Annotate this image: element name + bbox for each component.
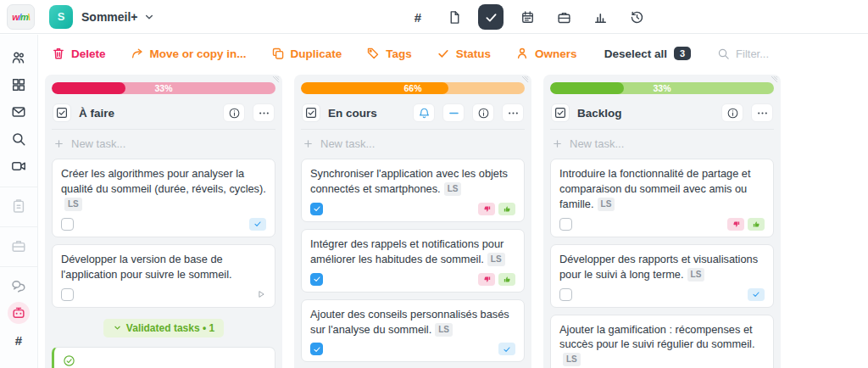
chevron-down-icon[interactable] bbox=[143, 11, 155, 23]
task-done-badge[interactable] bbox=[249, 218, 266, 231]
task-card[interactable]: Ajouter des conseils personnalisés basés… bbox=[301, 299, 525, 363]
column-menu-icon[interactable] bbox=[751, 103, 773, 122]
validated-tasks-toggle[interactable]: Validated tasks • 1 bbox=[103, 319, 224, 337]
task-footer bbox=[61, 288, 266, 301]
tag-icon bbox=[366, 47, 380, 60]
topbar-tab-calendar[interactable] bbox=[515, 4, 540, 30]
task-badges bbox=[256, 289, 266, 299]
task-checkbox[interactable] bbox=[310, 343, 323, 355]
bell-icon[interactable] bbox=[413, 103, 435, 122]
delete-button[interactable]: Delete bbox=[52, 47, 106, 60]
new-task-placeholder: New task... bbox=[570, 137, 624, 150]
task-badges bbox=[727, 218, 765, 231]
validated-check-icon bbox=[63, 354, 266, 367]
topbar-tab-channel[interactable]: # bbox=[405, 4, 431, 30]
column-select-checkbox[interactable] bbox=[302, 103, 320, 122]
status-button[interactable]: Status bbox=[437, 47, 491, 60]
sidebar-item-channel[interactable]: # bbox=[6, 327, 31, 353]
sidebar-item-grid[interactable] bbox=[6, 72, 31, 98]
sidebar-item-mail[interactable] bbox=[6, 99, 31, 125]
sidebar-item-clipboard[interactable] bbox=[6, 193, 31, 219]
column-select-checkbox[interactable] bbox=[551, 103, 570, 122]
new-task-input[interactable]: New task... bbox=[550, 130, 774, 159]
sidebar-item-team[interactable] bbox=[6, 45, 31, 70]
info-icon[interactable] bbox=[223, 103, 245, 122]
move-button[interactable]: Move or copy in... bbox=[131, 47, 247, 60]
board-avatar[interactable]: S bbox=[49, 5, 73, 29]
topbar-tab-history[interactable] bbox=[624, 4, 649, 30]
task-card[interactable]: Développer la version de base de l'appli… bbox=[52, 244, 275, 308]
task-card[interactable]: Concevoir un prototype d'interface utili… bbox=[52, 347, 275, 368]
sidebar-item-briefcase[interactable] bbox=[6, 233, 31, 259]
task-checkbox[interactable] bbox=[310, 203, 323, 215]
topbar-tab-services[interactable] bbox=[551, 4, 576, 30]
task-footer bbox=[310, 203, 515, 215]
task-badges bbox=[748, 288, 765, 301]
new-task-input[interactable]: New task... bbox=[52, 130, 275, 159]
info-icon[interactable] bbox=[472, 103, 494, 122]
history-icon bbox=[630, 10, 644, 25]
tags-button[interactable]: Tags bbox=[366, 47, 412, 60]
chart-icon bbox=[593, 10, 608, 25]
task-checkbox[interactable] bbox=[310, 273, 323, 286]
top-bar: w/m\ S Sommeil+ # bbox=[0, 0, 868, 34]
top-navigation: # bbox=[405, 0, 649, 34]
topbar-tab-analytics[interactable] bbox=[587, 4, 613, 30]
sidebar-item-search[interactable] bbox=[6, 126, 31, 152]
dash-icon[interactable] bbox=[442, 103, 465, 122]
task-checkbox[interactable] bbox=[61, 288, 74, 301]
search-icon bbox=[717, 47, 730, 60]
dislike-badge[interactable] bbox=[478, 203, 495, 215]
logo-m: m bbox=[20, 12, 28, 22]
sidebar-item-meetings[interactable] bbox=[6, 153, 31, 179]
task-card[interactable]: Introduire la fonctionnalité de partage … bbox=[550, 159, 774, 237]
task-card[interactable]: Ajouter la gamification : récompenses et… bbox=[550, 315, 774, 368]
column-select-checkbox[interactable] bbox=[53, 103, 71, 122]
app-logo[interactable]: w/m\ bbox=[7, 4, 35, 30]
sidebar-item-assistant[interactable] bbox=[6, 300, 31, 326]
column-header: Backlog bbox=[550, 102, 774, 130]
validated-tasks-label: Validated tasks • 1 bbox=[126, 322, 214, 334]
task-checkbox[interactable] bbox=[559, 218, 572, 231]
filter-input[interactable] bbox=[736, 47, 863, 60]
assignee-tag: LS bbox=[487, 253, 505, 266]
like-badge[interactable] bbox=[498, 273, 515, 286]
task-checkbox[interactable] bbox=[559, 288, 572, 301]
new-task-input[interactable]: New task... bbox=[301, 130, 525, 159]
task-card[interactable]: Créer les algorithmes pour analyser la q… bbox=[52, 159, 275, 237]
briefcase-icon bbox=[557, 10, 571, 25]
search-icon bbox=[11, 131, 26, 147]
delete-label: Delete bbox=[71, 47, 106, 60]
info-icon[interactable] bbox=[721, 103, 743, 122]
check-icon bbox=[484, 10, 498, 25]
deselect-all-button[interactable]: Deselect all 3 bbox=[604, 47, 691, 60]
selected-count-badge: 3 bbox=[674, 47, 691, 60]
duplicate-button[interactable]: Duplicate bbox=[271, 47, 342, 60]
task-footer bbox=[559, 218, 765, 231]
dislike-badge[interactable] bbox=[727, 218, 744, 231]
like-badge[interactable] bbox=[498, 203, 515, 215]
task-card[interactable]: Intégrer des rappels et notifications po… bbox=[301, 229, 525, 293]
topbar-tab-docs[interactable] bbox=[442, 4, 467, 30]
column-menu-icon[interactable] bbox=[253, 103, 275, 122]
column-progress-bar: 33% bbox=[550, 82, 774, 94]
task-footer bbox=[310, 273, 515, 286]
column-menu-icon[interactable] bbox=[502, 103, 524, 122]
task-checkbox[interactable] bbox=[61, 218, 74, 231]
topbar-tab-tasks[interactable] bbox=[478, 4, 504, 30]
task-card[interactable]: Développer des rapports et visualisation… bbox=[550, 244, 774, 308]
copy-icon bbox=[271, 47, 285, 60]
task-badges bbox=[478, 273, 515, 286]
like-badge[interactable] bbox=[748, 218, 765, 231]
move-icon bbox=[131, 47, 144, 60]
task-done-badge[interactable] bbox=[498, 343, 515, 355]
task-footer bbox=[559, 288, 765, 301]
start-task-icon[interactable] bbox=[256, 289, 266, 299]
sidebar-item-chat[interactable] bbox=[6, 273, 31, 298]
dislike-badge[interactable] bbox=[478, 273, 495, 286]
task-done-badge[interactable] bbox=[748, 288, 765, 301]
task-footer bbox=[310, 343, 515, 355]
task-card[interactable]: Synchroniser l'application avec les obje… bbox=[301, 159, 525, 222]
board-title[interactable]: Sommeil+ bbox=[81, 10, 138, 24]
owners-button[interactable]: Owners bbox=[515, 47, 577, 60]
